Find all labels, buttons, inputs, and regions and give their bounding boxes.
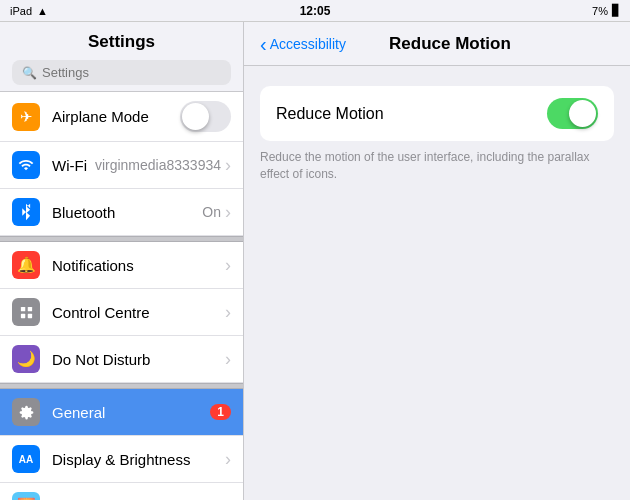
airplane-icon: ✈ <box>12 103 40 131</box>
control-centre-icon <box>12 298 40 326</box>
do-not-disturb-icon: 🌙 <box>12 345 40 373</box>
general-icon <box>12 398 40 426</box>
svg-rect-3 <box>27 313 31 317</box>
sidebar-item-label: Wi-Fi <box>52 157 95 174</box>
sidebar-item-label: Notifications <box>52 257 221 274</box>
search-input[interactable] <box>42 65 221 80</box>
section-3: General 1 AA Display & Brightness 🌅 Wall… <box>0 389 243 500</box>
svg-rect-1 <box>27 306 31 310</box>
search-icon: 🔍 <box>22 66 37 80</box>
reduce-motion-description: Reduce the motion of the user interface,… <box>244 141 630 199</box>
status-bar: iPad ▲ 12:05 7% ▊ <box>0 0 630 22</box>
section-2: 🔔 Notifications Control Centre <box>0 242 243 383</box>
status-right: 7% ▊ <box>592 4 620 17</box>
bluetooth-icon <box>12 198 40 226</box>
wallpaper-icon: 🌅 <box>12 492 40 500</box>
sidebar-item-general[interactable]: General 1 <box>0 389 243 436</box>
sidebar-item-label: General <box>52 404 210 421</box>
chevron-icon <box>221 202 231 223</box>
wifi-icon: ▲ <box>37 5 48 17</box>
main-container: Settings 🔍 ✈ Airplane Mode <box>0 22 630 500</box>
sidebar-item-label: Bluetooth <box>52 204 202 221</box>
svg-rect-0 <box>20 306 24 310</box>
chevron-icon <box>221 155 231 176</box>
settings-section: Reduce Motion <box>260 86 614 141</box>
chevron-icon <box>221 349 231 370</box>
sidebar-item-do-not-disturb[interactable]: 🌙 Do Not Disturb <box>0 336 243 383</box>
back-chevron-icon: ‹ <box>260 34 267 54</box>
right-panel-title: Reduce Motion <box>346 34 554 54</box>
reduce-motion-toggle[interactable] <box>547 98 598 129</box>
sidebar-item-label: Display & Brightness <box>52 451 221 468</box>
sidebar-header: Settings 🔍 <box>0 22 243 92</box>
sidebar-title: Settings <box>12 32 231 52</box>
wifi-network: virginmedia8333934 <box>95 157 221 173</box>
right-header: ‹ Accessibility Reduce Motion <box>244 22 630 66</box>
toggle-knob <box>569 100 596 127</box>
sidebar-item-notifications[interactable]: 🔔 Notifications <box>0 242 243 289</box>
sidebar: Settings 🔍 ✈ Airplane Mode <box>0 22 244 500</box>
search-bar[interactable]: 🔍 <box>12 60 231 85</box>
back-label: Accessibility <box>270 36 346 52</box>
reduce-motion-row: Reduce Motion <box>260 86 614 141</box>
sidebar-item-wifi[interactable]: Wi-Fi virginmedia8333934 <box>0 142 243 189</box>
sidebar-item-label: Control Centre <box>52 304 221 321</box>
chevron-icon <box>221 496 231 501</box>
section-1: ✈ Airplane Mode Wi-Fi virginmedia8333934 <box>0 92 243 236</box>
sidebar-list: ✈ Airplane Mode Wi-Fi virginmedia8333934 <box>0 92 243 500</box>
chevron-icon <box>221 302 231 323</box>
status-time: 12:05 <box>300 4 331 18</box>
battery-icon: ▊ <box>612 4 620 17</box>
bluetooth-status: On <box>202 204 221 220</box>
toggle-knob <box>182 103 209 130</box>
sidebar-item-airplane[interactable]: ✈ Airplane Mode <box>0 92 243 142</box>
chevron-icon <box>221 449 231 470</box>
sidebar-item-display[interactable]: AA Display & Brightness <box>0 436 243 483</box>
airplane-toggle[interactable] <box>180 101 231 132</box>
notifications-icon: 🔔 <box>12 251 40 279</box>
general-badge: 1 <box>210 404 231 420</box>
svg-rect-2 <box>20 313 24 317</box>
sidebar-item-label: Airplane Mode <box>52 108 180 125</box>
right-panel: ‹ Accessibility Reduce Motion Reduce Mot… <box>244 22 630 500</box>
battery-percent: 7% <box>592 5 608 17</box>
wifi-icon <box>12 151 40 179</box>
sidebar-item-label: Do Not Disturb <box>52 351 221 368</box>
ipad-label: iPad <box>10 5 32 17</box>
reduce-motion-label: Reduce Motion <box>276 105 547 123</box>
back-button[interactable]: ‹ Accessibility <box>260 34 346 54</box>
chevron-icon <box>221 255 231 276</box>
sidebar-item-bluetooth[interactable]: Bluetooth On <box>0 189 243 236</box>
sidebar-item-control-centre[interactable]: Control Centre <box>0 289 243 336</box>
sidebar-item-wallpaper[interactable]: 🌅 Wallpaper <box>0 483 243 500</box>
display-icon: AA <box>12 445 40 473</box>
status-left: iPad ▲ <box>10 5 48 17</box>
